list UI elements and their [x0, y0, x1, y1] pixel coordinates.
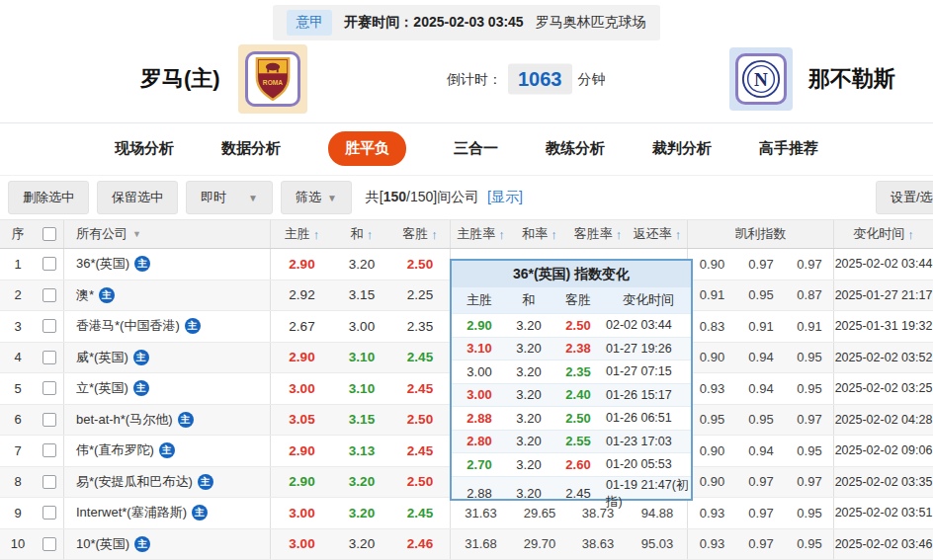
league-badge[interactable]: 意甲 [287, 10, 332, 36]
home-odds[interactable]: 2.90 [270, 436, 333, 466]
tab-three-in-one[interactable]: 三合一 [454, 139, 498, 158]
home-odds[interactable]: 2.90 [270, 343, 333, 373]
away-odds[interactable]: 2.50 [390, 467, 450, 498]
tab-win-draw-lose[interactable]: 胜平负 [328, 131, 406, 166]
draw-odds[interactable]: 3.10 [333, 343, 390, 373]
company-count-number: 150 [383, 189, 406, 204]
row-checkbox[interactable] [42, 351, 56, 364]
draw-odds[interactable]: 3.20 [333, 467, 390, 498]
header-payout-rate[interactable]: 返还率↑ [628, 220, 687, 248]
company-cell[interactable]: 36*(英国)主 [63, 249, 270, 280]
sort-up-icon: ↑ [551, 227, 557, 242]
home-odds[interactable]: 3.00 [270, 529, 333, 560]
header-home-rate[interactable]: 主胜率↑ [450, 220, 511, 248]
delete-selected-button[interactable]: 删除选中 [8, 181, 89, 214]
row-checkbox[interactable] [42, 257, 56, 271]
company-cell[interactable]: 威*(英国)主 [63, 343, 270, 373]
change-time: 2025-02-02 09:06 [833, 436, 933, 466]
odds-change-popup: 36*(英国) 指数变化 主胜和客胜变化时间 2.903.202.5002-02… [450, 259, 693, 501]
header-home-odds[interactable]: 主胜↑ [270, 220, 333, 248]
popup-header-3: 变化时间 [606, 291, 691, 309]
popup-home-odds: 3.10 [452, 341, 507, 356]
home-odds[interactable]: 3.00 [270, 373, 333, 404]
draw-odds[interactable]: 3.13 [333, 436, 390, 466]
home-odds[interactable]: 2.92 [270, 280, 333, 311]
away-odds[interactable]: 2.50 [390, 405, 450, 436]
odds-comparison-page: { "top_bar": { "league": "意甲", "kickoff"… [0, 0, 933, 560]
company-cell[interactable]: 澳*主 [63, 280, 270, 311]
kelly-3: 0.95 [786, 373, 833, 404]
roma-crest-icon: ROMA [254, 57, 292, 101]
popup-away-odds: 2.45 [551, 486, 606, 501]
home-odds[interactable]: 3.00 [270, 498, 333, 528]
settings-button[interactable]: 设置/选 [876, 181, 933, 214]
header-away-rate[interactable]: 客胜率↑ [568, 220, 628, 248]
kelly-1: 0.91 [687, 280, 736, 311]
kelly-1: 0.93 [687, 498, 736, 528]
company-cell[interactable]: 易*(安提瓜和巴布达)主 [63, 467, 270, 498]
row-checkbox[interactable] [42, 413, 56, 427]
row-checkbox-cell [36, 373, 63, 404]
header-draw-rate[interactable]: 和率↑ [511, 220, 568, 248]
row-checkbox[interactable] [42, 319, 56, 333]
draw-odds[interactable]: 3.10 [333, 373, 390, 404]
home-odds[interactable]: 2.67 [270, 311, 333, 342]
home-odds[interactable]: 2.90 [270, 249, 333, 280]
show-link[interactable]: [显示] [487, 189, 523, 204]
draw-odds[interactable]: 3.20 [333, 498, 390, 528]
row-checkbox[interactable] [42, 506, 56, 520]
countdown-value: 1063 [508, 64, 572, 95]
draw-odds[interactable]: 3.20 [333, 529, 390, 560]
row-checkbox[interactable] [42, 288, 56, 302]
home-badge-icon: 主 [134, 536, 150, 552]
home-badge-icon: 主 [192, 505, 208, 520]
away-odds[interactable]: 2.35 [390, 311, 450, 342]
tab-coach-analysis[interactable]: 教练分析 [546, 139, 605, 158]
chevron-down-icon: ▼ [248, 193, 258, 203]
keep-selected-button[interactable]: 保留选中 [97, 181, 178, 214]
header-away-odds[interactable]: 客胜↑ [390, 220, 450, 248]
home-odds[interactable]: 2.90 [270, 467, 333, 498]
tab-live-analysis[interactable]: 现场分析 [115, 139, 174, 158]
row-checkbox[interactable] [42, 537, 56, 551]
company-cell[interactable]: Interwet*(塞浦路斯)主 [63, 498, 270, 528]
away-odds[interactable]: 2.50 [390, 249, 450, 280]
header-company[interactable]: 所有公司▼ [63, 220, 270, 248]
kelly-3: 0.97 [786, 467, 833, 498]
away-odds[interactable]: 2.45 [390, 373, 450, 404]
draw-odds[interactable]: 3.20 [333, 249, 390, 280]
away-odds[interactable]: 2.25 [390, 280, 450, 311]
row-checkbox[interactable] [42, 475, 56, 489]
select-all-checkbox[interactable] [42, 227, 56, 241]
company-cell[interactable]: 立*(英国)主 [63, 373, 270, 404]
home-odds[interactable]: 3.05 [270, 405, 333, 436]
company-name: 澳* [76, 286, 94, 304]
draw-odds[interactable]: 3.15 [333, 405, 390, 436]
header-draw-odds[interactable]: 和↑ [333, 220, 390, 248]
away-odds[interactable]: 2.45 [390, 436, 450, 466]
filter-dropdown[interactable]: 筛选 ▼ [281, 181, 352, 214]
away-odds[interactable]: 2.46 [390, 529, 450, 560]
row-checkbox-cell [36, 467, 63, 498]
header-change-time[interactable]: 变化时间↑ [833, 220, 933, 248]
kelly-2: 0.91 [736, 311, 786, 342]
company-cell[interactable]: 10*(英国)主 [63, 529, 270, 560]
row-seq: 7 [0, 436, 36, 466]
row-checkbox[interactable] [42, 443, 56, 457]
header-change-time-label: 变化时间 [853, 225, 904, 243]
company-cell[interactable]: 伟*(直布罗陀)主 [63, 436, 270, 466]
row-checkbox[interactable] [42, 381, 56, 395]
kelly-1: 0.95 [687, 405, 736, 436]
tab-data-analysis[interactable]: 数据分析 [221, 139, 281, 158]
time-filter-dropdown[interactable]: 即时 ▼ [186, 181, 273, 214]
tab-referee-analysis[interactable]: 裁判分析 [652, 139, 712, 158]
draw-odds[interactable]: 3.00 [333, 311, 390, 342]
row-checkbox-cell [36, 498, 63, 528]
company-cell[interactable]: bet-at-h*(马尔他)主 [63, 405, 270, 436]
company-cell[interactable]: 香港马*(中国香港)主 [63, 311, 270, 342]
draw-odds[interactable]: 3.15 [333, 280, 390, 311]
tab-expert-picks[interactable]: 高手推荐 [759, 139, 818, 158]
kelly-3: 0.95 [786, 498, 833, 528]
away-odds[interactable]: 2.45 [390, 343, 450, 373]
away-odds[interactable]: 2.45 [390, 498, 450, 528]
